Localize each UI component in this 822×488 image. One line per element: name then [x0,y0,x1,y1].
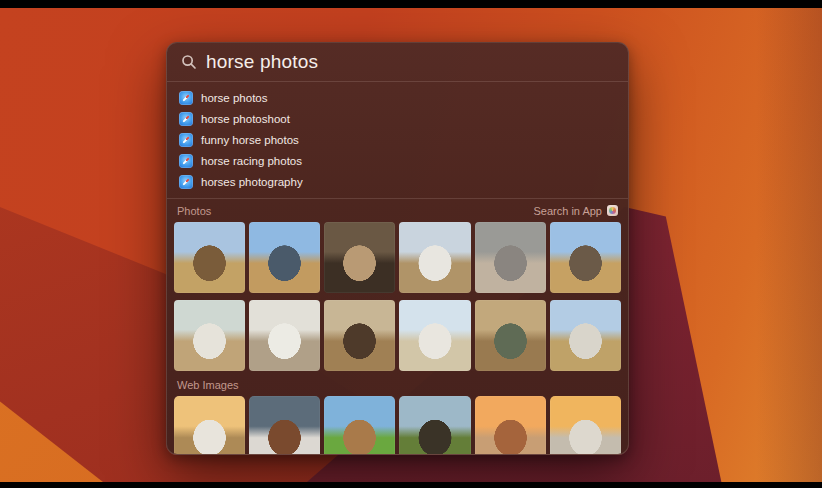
photo-thumbnail[interactable] [249,222,320,293]
suggestion-label: horse racing photos [201,155,302,167]
photo-thumbnail[interactable] [550,300,621,371]
safari-compass-icon [179,175,193,189]
desktop-wallpaper: horse photos horse photos horse photosho… [0,8,822,482]
photo-thumbnail[interactable] [324,222,395,293]
photos-section-title: Photos [177,205,211,217]
search-in-app-label: Search in App [534,205,603,217]
suggestion-label: horses photography [201,176,303,188]
search-input[interactable]: horse photos [206,51,318,73]
photos-section-header: Photos Search in App [174,199,621,222]
suggestion-label: funny horse photos [201,134,299,146]
safari-compass-icon [179,133,193,147]
search-suggestions-list: horse photos horse photoshoot funny hors… [167,82,628,198]
web-images-grid [174,396,621,455]
web-image-thumbnail[interactable] [475,396,546,455]
suggestion-label: horse photoshoot [201,113,290,125]
safari-compass-icon [179,154,193,168]
safari-compass-icon [179,91,193,105]
photo-thumbnail[interactable] [475,300,546,371]
web-image-thumbnail[interactable] [550,396,621,455]
web-image-thumbnail[interactable] [249,396,320,455]
web-image-thumbnail[interactable] [399,396,470,455]
photo-thumbnail[interactable] [324,300,395,371]
search-bar[interactable]: horse photos [167,43,628,81]
search-icon [181,54,197,70]
suggestion-item[interactable]: horse racing photos [179,150,616,171]
photo-thumbnail[interactable] [399,300,470,371]
web-images-section-title: Web Images [177,379,239,391]
suggestion-item[interactable]: horse photoshoot [179,108,616,129]
photo-thumbnail[interactable] [550,222,621,293]
web-image-thumbnail[interactable] [324,396,395,455]
web-image-thumbnail[interactable] [174,396,245,455]
photos-app-icon [607,205,618,216]
web-images-section-header: Web Images [174,373,621,396]
suggestion-label: horse photos [201,92,268,104]
photo-thumbnail[interactable] [174,300,245,371]
safari-compass-icon [179,112,193,126]
photos-grid-row-1 [174,222,621,293]
spotlight-window: horse photos horse photos horse photosho… [166,42,629,455]
suggestion-item[interactable]: funny horse photos [179,129,616,150]
photos-grid-row-2 [174,300,621,371]
photo-thumbnail[interactable] [475,222,546,293]
suggestion-item[interactable]: horses photography [179,171,616,192]
results-area: Photos Search in App [167,199,628,455]
photo-thumbnail[interactable] [249,300,320,371]
search-in-app-button[interactable]: Search in App [534,205,619,217]
photo-thumbnail[interactable] [174,222,245,293]
photo-thumbnail[interactable] [399,222,470,293]
suggestion-item[interactable]: horse photos [179,87,616,108]
